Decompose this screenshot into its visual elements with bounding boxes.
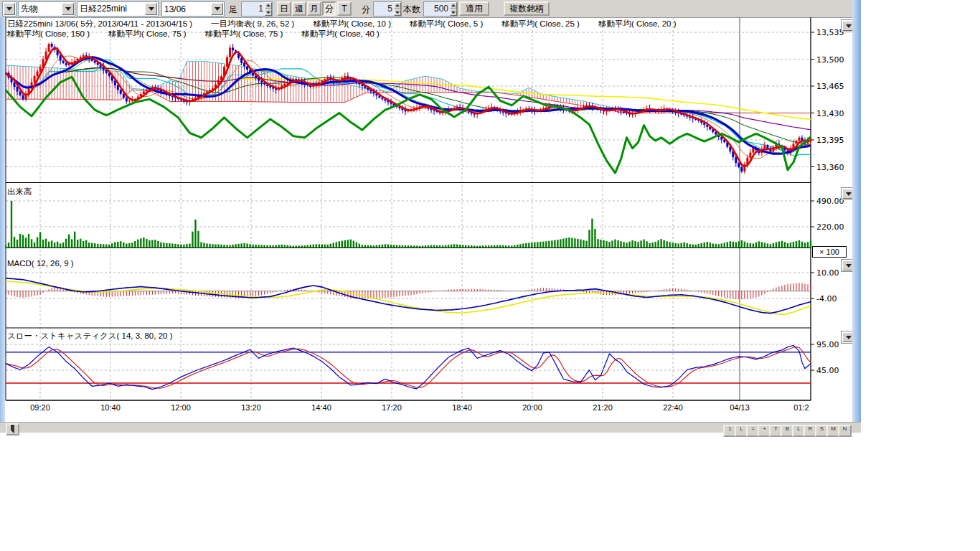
legend-item: 移動平均( Close, 10 ) xyxy=(313,19,391,28)
chart-app-window: 先物 日経225mini 13/06 足 1 日 週 月 分 T 分 5 本数 … xyxy=(0,0,861,432)
chart-legend-line2: 移動平均( Close, 150 )移動平均( Close, 75 )移動平均(… xyxy=(7,29,398,39)
time-label: 09:20 xyxy=(30,403,50,412)
instrument-type-select[interactable]: 先物 xyxy=(18,1,75,17)
macd-pane-label: MACD( 12, 26, 9 ) xyxy=(7,259,74,268)
contract-month-value: 13/06 xyxy=(162,4,210,14)
svg-text:490.00: 490.00 xyxy=(816,197,844,206)
window-right-scroll-strip[interactable] xyxy=(852,0,861,422)
instrument-type-value: 先物 xyxy=(19,3,61,15)
svg-text:13,535: 13,535 xyxy=(816,28,844,37)
legend-item: 移動平均( Close, 20 ) xyxy=(598,19,677,28)
stoch-pane-label: スロー・ストキャスティクス( 14, 3, 80, 20 ) xyxy=(7,331,172,342)
svg-text:13,395: 13,395 xyxy=(816,136,844,145)
svg-text:-4.00: -4.00 xyxy=(816,294,837,303)
count-label: 本数 xyxy=(403,4,420,16)
legend-item: 移動平均( Close, 25 ) xyxy=(501,19,580,28)
legend-item: 移動平均( Close, 150 ) xyxy=(7,29,90,38)
volume-multiplier-badge: × 100 xyxy=(812,246,847,258)
legend-item: 移動平均( Close, 5 ) xyxy=(410,19,483,28)
period-minute-button[interactable]: 分 xyxy=(322,1,336,16)
svg-text:45.00: 45.00 xyxy=(816,366,839,375)
svg-text:10.00: 10.00 xyxy=(816,268,839,278)
time-label: 12:00 xyxy=(171,403,191,412)
time-label: 22:40 xyxy=(663,403,683,412)
time-label: 20:00 xyxy=(522,403,542,412)
horizontal-scrollbar[interactable]: 1L=+TBLRSMN xyxy=(0,422,861,433)
apply-button[interactable]: 適用 xyxy=(459,1,489,16)
time-label: 17:20 xyxy=(382,403,402,412)
svg-text:13,500: 13,500 xyxy=(816,55,844,65)
time-label: 10:40 xyxy=(100,403,121,412)
chevron-down-icon[interactable] xyxy=(145,3,157,15)
spin-up-icon[interactable] xyxy=(394,2,401,9)
mini-toolbar-button[interactable]: N xyxy=(838,425,852,437)
symbol-value: 日経225mini xyxy=(77,3,144,15)
chevron-down-icon[interactable] xyxy=(211,3,223,15)
interval-value: 5 xyxy=(374,2,394,16)
time-label: 14:40 xyxy=(311,403,331,412)
interval-spinner[interactable]: 5 xyxy=(373,1,402,17)
svg-text:95.00: 95.00 xyxy=(816,340,839,349)
interval-label: 分 xyxy=(362,4,370,16)
bar-type-label: 足 xyxy=(229,4,237,16)
window-left-border xyxy=(0,17,5,422)
time-label: 04/13 xyxy=(730,403,750,412)
svg-text:13,430: 13,430 xyxy=(816,109,844,118)
legend-item: 移動平均( Close, 40 ) xyxy=(301,29,380,38)
scroll-left-button[interactable] xyxy=(6,423,19,435)
period-tick-button[interactable]: T xyxy=(337,1,352,16)
period-week-button[interactable]: 週 xyxy=(292,1,306,16)
volume-pane-label: 出来高 xyxy=(7,187,32,197)
count-value: 500 xyxy=(424,2,450,16)
svg-text:13,465: 13,465 xyxy=(816,82,844,91)
legend-item: 移動平均( Close, 75 ) xyxy=(205,29,283,38)
time-label: 18:40 xyxy=(452,403,472,412)
period-day-button[interactable]: 日 xyxy=(277,1,291,16)
contract-month-select[interactable]: 13/06 xyxy=(161,1,225,17)
legend-item: 日経225mini 13/06( 5分, 2013/04/11 - 2013/0… xyxy=(7,19,192,28)
time-axis: 09:2010:4012:0013:2014:4017:2018:4020:00… xyxy=(0,403,861,418)
chevron-down-icon[interactable] xyxy=(62,3,74,15)
period-month-button[interactable]: 月 xyxy=(307,1,321,16)
spin-up-icon[interactable] xyxy=(265,2,272,9)
toolbar: 先物 日経225mini 13/06 足 1 日 週 月 分 T 分 5 本数 … xyxy=(0,0,861,18)
screen: 先物 日経225mini 13/06 足 1 日 週 月 分 T 分 5 本数 … xyxy=(0,0,980,551)
bar-interval-value: 1 xyxy=(242,2,265,16)
legend-item: 移動平均( Close, 75 ) xyxy=(108,29,187,38)
time-label: 21:20 xyxy=(593,403,613,412)
legend-item: 一目均衡表( 9, 26, 52 ) xyxy=(211,19,294,28)
svg-text:220.00: 220.00 xyxy=(816,222,844,232)
chevron-down-icon[interactable] xyxy=(4,3,15,15)
spin-down-icon[interactable] xyxy=(394,9,401,17)
svg-text:13,360: 13,360 xyxy=(816,163,844,172)
symbol-select[interactable]: 日経225mini xyxy=(77,1,159,17)
bar-interval-spinner[interactable]: 1 xyxy=(241,1,273,17)
chart-canvas[interactable]: 13,53513,50013,46513,43013,39513,360490.… xyxy=(0,17,861,422)
multi-symbol-button[interactable]: 複数銘柄 xyxy=(504,1,550,16)
count-spinner[interactable]: 500 xyxy=(423,1,458,17)
time-label: 13:20 xyxy=(241,403,261,412)
mini-combo[interactable] xyxy=(2,1,17,17)
spin-down-icon[interactable] xyxy=(450,9,457,17)
spin-down-icon[interactable] xyxy=(265,9,272,17)
spin-up-icon[interactable] xyxy=(450,2,457,9)
arrow-left-icon xyxy=(11,423,14,433)
time-label: 01:2 xyxy=(793,403,809,412)
chart-legend-line1: 日経225mini 13/06( 5分, 2013/04/11 - 2013/0… xyxy=(7,19,695,29)
